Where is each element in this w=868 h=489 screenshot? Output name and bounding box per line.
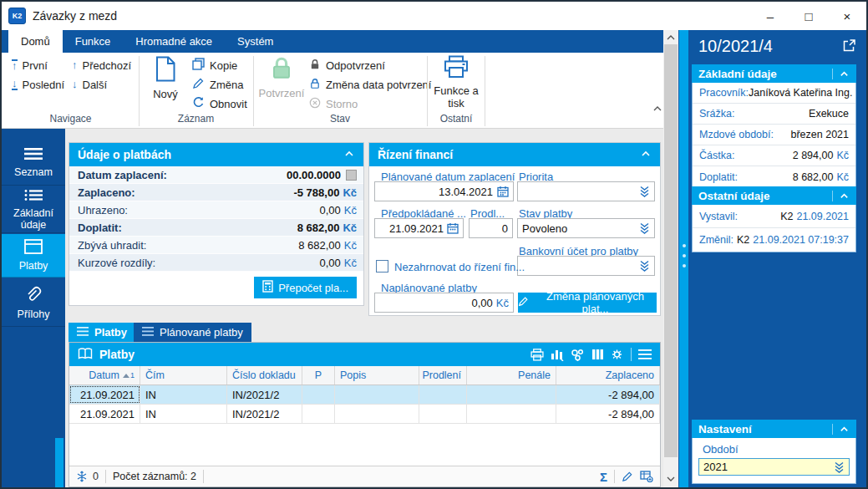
first-button[interactable]: ↑ První [12,58,48,73]
minimize-button[interactable]: – [751,2,789,30]
settings-header[interactable]: Nastavení [692,420,856,438]
payments-panel-header[interactable]: Údaje o platbách [69,143,363,166]
scheduled-input[interactable]: 0,00 Kč [374,293,514,313]
payment-row: Zaplaceno: -5 788,00 Kč [69,184,363,201]
cell-prodleni[interactable] [419,385,467,404]
snowflake-filter-icon[interactable] [76,471,88,482]
period-dropdown[interactable]: 2021 [698,458,850,476]
priority-dropdown[interactable] [517,181,655,201]
sum-sigma-button[interactable]: Σ [600,470,607,484]
tab-hromadne-akce[interactable]: Hromadné akce [123,30,225,53]
sidebar-scroll-strip[interactable] [55,438,63,487]
column-header-prodleni[interactable]: Prodlení [419,366,467,385]
next-button[interactable]: ↓ Další [72,77,107,92]
cell-popis[interactable] [335,405,419,423]
unconfirm-button[interactable]: Odpotvrzení [309,58,385,73]
lock-blue-change-date-button[interactable]: Změna data potvrzení [309,77,431,92]
panel-splitter[interactable] [679,30,688,487]
sidebar-item-seznam[interactable]: Seznam [2,140,65,186]
book-icon [78,348,93,362]
copy-button[interactable]: Kopie [192,58,237,73]
cell-datum[interactable]: 21.09.2021 [69,385,140,404]
bank-account-dropdown[interactable] [517,256,655,276]
finance-panel-header[interactable]: Řízení financí [369,143,660,166]
edit-pencil-icon[interactable] [622,471,633,482]
settings-gear-icon[interactable] [611,349,624,361]
recalc-payments-button[interactable]: Přepočet pla... [254,277,357,298]
columns-icon[interactable] [591,349,604,361]
close-button[interactable]: × [828,2,866,30]
delay-input[interactable]: 0 [469,218,513,238]
table-row[interactable]: 21.09.2021 IN IN/2021/2 -2 894,00 [69,385,660,405]
open-in-window-icon[interactable] [842,38,856,55]
print-icon[interactable] [530,349,544,361]
chevron-up-icon[interactable] [832,191,850,201]
cell-prodleni[interactable] [419,405,467,423]
column-header-p[interactable]: P [302,366,335,385]
date-picker-box[interactable] [346,170,357,181]
column-header-penale[interactable]: Penále [467,366,556,385]
last-button[interactable]: ↓ Poslední [12,77,64,92]
triple-chevron-down-icon [639,222,650,234]
sidebar-item-platby[interactable]: Platby [2,234,65,278]
cell-penale[interactable] [467,385,556,404]
sidebar-item-zakladni-udaje[interactable]: Základní údaje [2,186,65,233]
info-row: Částka: 2 894,00 Kč [693,145,855,166]
cell-cislo-dokladu[interactable]: IN/2021/2 [227,405,302,423]
cell-cim[interactable]: IN [140,385,227,404]
previous-button[interactable]: ↑ Předchozí [72,58,131,73]
gears-icon[interactable] [571,349,585,361]
scrollbar-thumb[interactable] [664,44,678,457]
calendar-icon[interactable] [497,186,509,197]
doctab-platby[interactable]: Platby [69,323,135,342]
scroll-down-button[interactable] [663,471,678,486]
chart-icon[interactable] [551,349,564,361]
title-bar: K2 Závazky z mezd – □ × [2,2,866,30]
calendar-icon[interactable] [447,222,459,234]
cell-popis[interactable] [335,385,419,404]
cell-cim[interactable]: IN [140,405,227,423]
new-button[interactable]: Nový [145,56,185,100]
functions-print-button[interactable]: Funkce a tisk [429,55,483,110]
chevron-up-icon[interactable] [832,424,850,435]
column-header-cim[interactable]: Čím [140,366,227,385]
tab-funkce[interactable]: Funkce [63,30,124,53]
sidebar-item-prilohy[interactable]: Přílohy [2,280,65,327]
table-menu-hamburger-icon[interactable] [638,349,652,359]
confirm-button[interactable]: Potvrzení [257,55,306,99]
payment-state-dropdown[interactable]: Povoleno [517,218,655,238]
cell-datum[interactable]: 21.09.2021 [69,405,140,423]
cell-zaplaceno[interactable]: -2 894,00 [556,385,660,404]
doctab-planovane-platby[interactable]: Plánované platby [134,323,251,342]
table-row[interactable]: 21.09.2021 IN IN/2021/2 -2 894,00 [69,405,660,424]
column-header-popis[interactable]: Popis [335,366,419,385]
basic-info-header[interactable]: Základní údaje [692,64,856,83]
cell-cislo-dokladu[interactable]: IN/2021/2 [227,385,302,404]
cell-p[interactable] [302,385,335,404]
cancel-storno-button[interactable]: Storno [309,96,358,111]
copy-record-icon[interactable] [640,471,653,482]
period-label: Období [703,443,739,456]
cell-zaplaceno[interactable]: -2 894,00 [556,405,660,423]
cell-p[interactable] [302,405,335,423]
change-planned-payments-button[interactable]: Změna plánovaných plat... [518,293,657,313]
column-header-datum[interactable]: Datum 1 [69,366,140,385]
exclude-finance-checkbox[interactable] [376,260,388,273]
tab-system[interactable]: Systém [225,30,286,53]
cell-penale[interactable] [467,405,556,423]
payment-row: Zbývá uhradit: 8 682,00 Kč [69,237,363,254]
vertical-scrollbar[interactable] [663,30,678,487]
refresh-button[interactable]: Obnovit [192,96,247,111]
chevron-up-icon[interactable] [640,148,652,162]
column-header-cislo-dokladu[interactable]: Číslo dokladu [227,366,302,385]
tab-domu[interactable]: Domů [8,30,63,53]
change-button[interactable]: Změna [192,77,243,92]
chevron-up-icon[interactable] [343,148,355,162]
other-info-header[interactable]: Ostatní údaje [692,186,856,205]
maximize-button[interactable]: □ [789,2,828,30]
planned-date-input[interactable]: 13.04.2021 [374,181,514,201]
expected-date-input[interactable]: 21.09.2021 [374,218,464,238]
scroll-up-button[interactable] [663,30,678,44]
column-header-zaplaceno[interactable]: Zaplaceno [556,366,660,385]
chevron-up-icon[interactable] [832,69,850,79]
